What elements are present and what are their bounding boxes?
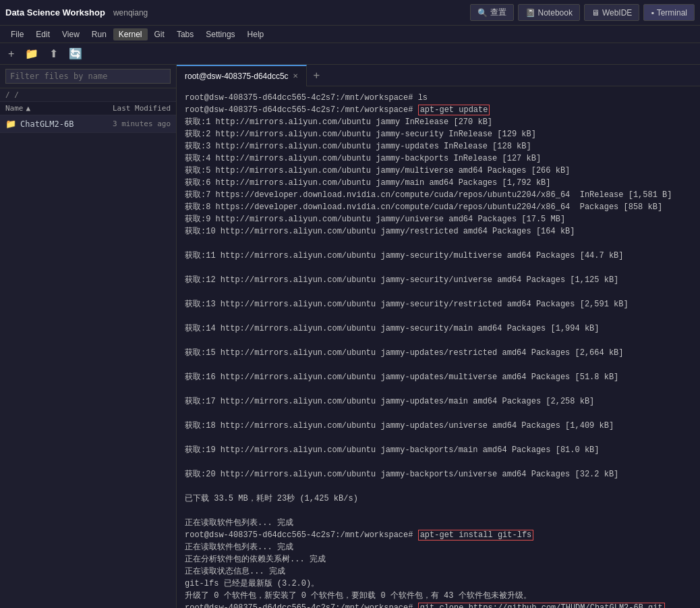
top-bar: Data Science Workshop wenqiang 🔍 查置 📓 No… xyxy=(0,0,700,26)
term-blank-1 xyxy=(185,238,692,250)
sidebar-path: / / xyxy=(0,88,176,102)
notebook-icon: 📓 xyxy=(525,8,535,18)
tab-close-btn[interactable]: ✕ xyxy=(293,72,298,80)
refresh-btn[interactable]: 🔄 xyxy=(66,46,85,61)
webide-icon: 🖥 xyxy=(591,8,600,18)
term-blank-2 xyxy=(185,262,692,274)
term-line-29: git-lfs 已经是最新版 (3.2.0)。 xyxy=(185,578,692,590)
menu-file[interactable]: File xyxy=(5,28,29,40)
term-line-7: 获取:5 http://mirrors.aliyun.com/ubuntu ja… xyxy=(185,165,692,177)
menu-tabs[interactable]: Tabs xyxy=(171,28,199,40)
search-icon: 🔍 xyxy=(477,8,488,18)
search-input[interactable] xyxy=(5,69,171,84)
term-line-13: 获取:11 http://mirrors.aliyun.com/ubuntu j… xyxy=(185,250,692,262)
tab-bar: root@dsw-408375-d64dcc5c ✕ + xyxy=(177,65,700,86)
term-line-30: 升级了 0 个软件包，新安装了 0 个软件包，要卸载 0 个软件包，有 43 个… xyxy=(185,590,692,602)
col-name-header[interactable]: Name ▲ xyxy=(5,104,30,113)
term-line-11: 获取:9 http://mirrors.aliyun.com/ubuntu ja… xyxy=(185,213,692,225)
term-line-1: root@dsw-408375-d64dcc565-4c2s7:/mnt/wor… xyxy=(185,92,692,104)
term-blank-5 xyxy=(185,335,692,347)
menu-edit[interactable]: Edit xyxy=(30,28,55,40)
terminal-icon: ▪ xyxy=(651,8,653,18)
upload-btn[interactable]: ⬆ xyxy=(47,46,61,61)
term-line-27: 正在分析软件包的依赖关系树... 完成 xyxy=(185,553,692,565)
webide-btn[interactable]: 🖥 WebIDE xyxy=(584,4,639,21)
term-line-8: 获取:6 http://mirrors.aliyun.com/ubuntu ja… xyxy=(185,177,692,189)
new-folder-btn[interactable]: 📁 xyxy=(22,46,41,61)
menu-help[interactable]: Help xyxy=(242,28,270,40)
term-line-4: 获取:2 http://mirrors.aliyun.com/ubuntu ja… xyxy=(185,128,692,140)
app-title: Data Science Workshop xyxy=(5,7,105,18)
term-line-22: 获取:20 http://mirrors.aliyun.com/ubuntu j… xyxy=(185,468,692,480)
menu-git[interactable]: Git xyxy=(149,28,170,40)
term-line-17: 获取:15 http://mirrors.aliyun.com/ubuntu j… xyxy=(185,347,692,359)
menu-kernel[interactable]: Kernel xyxy=(113,28,148,40)
content-area: root@dsw-408375-d64dcc5c ✕ + root@dsw-40… xyxy=(177,65,700,608)
file-name-label: ChatGLM2-6B xyxy=(20,119,113,129)
term-line-20: 获取:18 http://mirrors.aliyun.com/ubuntu j… xyxy=(185,420,692,432)
term-line-21: 获取:19 http://mirrors.aliyun.com/ubuntu j… xyxy=(185,444,692,456)
term-line-10: 获取:8 https://developer.download.nvidia.c… xyxy=(185,201,692,213)
notebook-btn[interactable]: 📓 Notebook xyxy=(518,4,580,21)
folder-icon: 📁 xyxy=(5,119,16,129)
term-line-3: 获取:1 http://mirrors.aliyun.com/ubuntu ja… xyxy=(185,116,692,128)
menu-settings[interactable]: Settings xyxy=(200,28,240,40)
term-line-15: 获取:13 http://mirrors.aliyun.com/ubuntu j… xyxy=(185,298,692,310)
term-line-26: 正在读取软件包列表... 完成 xyxy=(185,541,692,553)
menu-run[interactable]: Run xyxy=(86,28,112,40)
file-row-chatglm[interactable]: 📁 ChatGLM2-6B 3 minutes ago xyxy=(0,115,176,133)
file-modified-label: 3 minutes ago xyxy=(113,119,171,128)
terminal-tab-label: root@dsw-408375-d64dcc5c xyxy=(185,72,289,81)
term-line-16: 获取:14 http://mirrors.aliyun.com/ubuntu j… xyxy=(185,323,692,335)
terminal-tab[interactable]: root@dsw-408375-d64dcc5c ✕ xyxy=(177,65,307,86)
term-blank-12 xyxy=(185,505,692,517)
term-line-6: 获取:4 http://mirrors.aliyun.com/ubuntu ja… xyxy=(185,153,692,165)
tab-add-btn[interactable]: + xyxy=(307,66,327,84)
terminal-content[interactable]: root@dsw-408375-d64dcc565-4c2s7:/mnt/wor… xyxy=(177,86,700,608)
term-line-31: root@dsw-408375-d64dcc565-4c2s7:/mnt/wor… xyxy=(185,602,692,608)
col-modified-header[interactable]: Last Modified xyxy=(113,104,171,113)
terminal-btn[interactable]: ▪ Terminal xyxy=(643,4,695,21)
term-line-28: 正在读取状态信息... 完成 xyxy=(185,565,692,578)
term-line-9: 获取:7 https://developer.download.nvidia.c… xyxy=(185,189,692,201)
menu-bar: File Edit View Run Kernel Git Tabs Setti… xyxy=(0,26,700,43)
sort-icon: ▲ xyxy=(26,104,31,113)
term-line-5: 获取:3 http://mirrors.aliyun.com/ubuntu ja… xyxy=(185,140,692,153)
main-layout: / / Name ▲ Last Modified 📁 ChatGLM2-6B 3… xyxy=(0,65,700,608)
term-blank-11 xyxy=(185,480,692,493)
term-line-25: root@dsw-408375-d64dcc565-4c2s7:/mnt/wor… xyxy=(185,529,692,541)
term-line-24: 正在读取软件包列表... 完成 xyxy=(185,517,692,529)
term-blank-4 xyxy=(185,310,692,323)
term-line-14: 获取:12 http://mirrors.aliyun.com/ubuntu j… xyxy=(185,274,692,286)
sidebar-table-header: Name ▲ Last Modified xyxy=(0,102,176,115)
term-line-12: 获取:10 http://mirrors.aliyun.com/ubuntu j… xyxy=(185,225,692,238)
term-line-19: 获取:17 http://mirrors.aliyun.com/ubuntu j… xyxy=(185,395,692,408)
term-line-23: 已下载 33.5 MB，耗时 23秒 (1,425 kB/s) xyxy=(185,493,692,505)
menu-view[interactable]: View xyxy=(57,28,85,40)
user-badge: wenqiang xyxy=(113,8,148,18)
term-line-2: root@dsw-408375-d64dcc565-4c2s7:/mnt/wor… xyxy=(185,104,692,116)
search-btn[interactable]: 🔍 查置 xyxy=(470,4,514,21)
new-file-btn[interactable]: + xyxy=(5,47,17,61)
sidebar: / / Name ▲ Last Modified 📁 ChatGLM2-6B 3… xyxy=(0,65,177,608)
term-line-18: 获取:16 http://mirrors.aliyun.com/ubuntu j… xyxy=(185,371,692,383)
sidebar-search-container xyxy=(0,65,176,88)
term-blank-7 xyxy=(185,383,692,395)
term-blank-8 xyxy=(185,408,692,420)
term-blank-9 xyxy=(185,432,692,444)
term-blank-3 xyxy=(185,286,692,298)
term-blank-6 xyxy=(185,359,692,371)
term-blank-10 xyxy=(185,456,692,468)
toolbar: + 📁 ⬆ 🔄 xyxy=(0,43,700,65)
top-nav-buttons: 🔍 查置 📓 Notebook 🖥 WebIDE ▪ Terminal xyxy=(470,4,695,21)
